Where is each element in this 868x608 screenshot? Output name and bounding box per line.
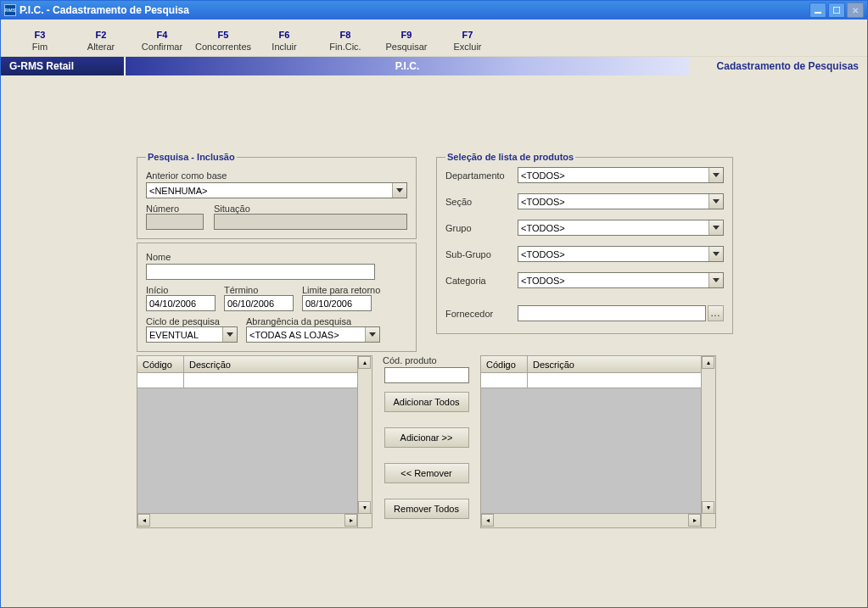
svg-rect-1 [833,7,840,14]
remove-button[interactable]: << Remover [384,463,469,483]
chevron-down-icon [365,327,379,342]
scroll-left-icon[interactable]: ◂ [481,514,494,527]
scroll-left-icon[interactable]: ◂ [137,514,150,527]
pesquisa-extra-panel: Nome Início Término Limite para retorno [137,243,417,352]
ciclo-select[interactable]: EVENTUAL [146,326,238,343]
scroll-down-icon[interactable]: ▾ [358,501,371,514]
add-button[interactable]: Adicionar >> [384,427,469,448]
scroll-corner [357,513,372,527]
toolbar-fincic[interactable]: F8Fin.Cic. [315,28,376,52]
grid-filter-codigo[interactable] [481,373,528,388]
selected-grid[interactable]: Código Descrição ▴▾ ◂▸ [480,355,716,528]
scroll-down-icon[interactable]: ▾ [702,501,714,514]
chevron-down-icon [222,327,237,342]
toolbar-concorrentes[interactable]: F5Concorrentes [193,28,254,52]
scroll-corner [701,513,715,527]
fornecedor-lookup-button[interactable]: ... [708,305,724,321]
scroll-up-icon[interactable]: ▴ [702,356,714,369]
ribbon-screen-name: Cadastramento de Pesquisas [689,57,867,75]
transfer-buttons-column: Cód. produto Adicionar Todos Adicionar >… [378,355,475,534]
situacao-field [214,214,407,230]
toolbar-confirmar[interactable]: F4Confirmar [132,28,193,52]
window-title: P.I.C. - Cadastramento de Pesquisa [20,4,189,16]
toolbar-incluir[interactable]: F6Incluir [254,28,315,52]
inicio-label: Início [146,285,216,295]
departamento-select[interactable]: <TODOS> [518,167,724,183]
svg-rect-0 [815,12,821,14]
toolbar-excluir[interactable]: F7Excluir [437,28,498,52]
grid-body[interactable] [481,388,715,527]
horizontal-scrollbar[interactable]: ◂▸ [137,513,357,527]
add-all-button[interactable]: Adicionar Todos [384,392,469,412]
fornecedor-input[interactable] [518,305,706,321]
selecao-legend: Seleção de lista de produtos [445,152,575,162]
departamento-label: Departamento [445,170,518,181]
scroll-right-icon[interactable]: ▸ [688,514,701,527]
grid-filter-codigo[interactable] [137,373,184,388]
grid-col-codigo[interactable]: Código [137,356,184,372]
ribbon: G-RMS Retail P.I.C. Cadastramento de Pes… [1,57,867,75]
cod-produto-label: Cód. produto [383,355,437,365]
toolbar-alterar[interactable]: F2Alterar [70,28,132,52]
ciclo-label: Ciclo de pesquisa [146,316,238,326]
grupo-label: Grupo [445,223,518,233]
termino-input[interactable] [224,295,294,311]
nome-label: Nome [146,252,407,262]
subgrupo-label: Sub-Grupo [445,249,518,259]
categoria-select[interactable]: <TODOS> [518,272,724,288]
ribbon-module: P.I.C. [126,57,689,75]
grid-body[interactable] [137,388,372,527]
nome-input[interactable] [146,264,375,280]
secao-select[interactable]: <TODOS> [518,193,724,209]
vertical-scrollbar[interactable]: ▴▾ [357,356,372,514]
abrang-label: Abrangência da pesquisa [246,316,380,326]
horizontal-scrollbar[interactable]: ◂▸ [481,513,701,527]
pesquisa-fieldset: Pesquisa - Inclusão Anterior como base <… [137,152,417,239]
fornecedor-label: Fornecedor [445,309,518,319]
scroll-up-icon[interactable]: ▴ [358,356,371,369]
chevron-down-icon [708,168,723,182]
minimize-button[interactable] [809,3,826,18]
vertical-scrollbar[interactable]: ▴▾ [701,356,715,514]
chevron-down-icon [708,220,723,235]
toolbar-fim[interactable]: F3Fim [9,28,70,52]
grid-filter-descricao[interactable] [184,373,372,388]
titlebar: RMS P.I.C. - Cadastramento de Pesquisa ✕ [1,1,867,20]
selecao-fieldset: Seleção de lista de produtos Departament… [436,152,733,334]
limite-label: Limite para retorno [302,285,380,295]
chevron-down-icon [708,273,723,287]
categoria-label: Categoria [445,276,518,286]
chevron-down-icon [708,247,723,261]
inicio-input[interactable] [146,295,216,311]
chevron-down-icon [392,183,406,198]
grid-filter-descricao[interactable] [528,373,715,388]
app-icon: RMS [4,4,16,16]
anterior-select[interactable]: <NENHUMA> [146,182,407,198]
pesquisa-legend: Pesquisa - Inclusão [146,152,237,162]
function-key-toolbar: F3Fim F2Alterar F4Confirmar F5Concorrent… [1,20,867,57]
close-button: ✕ [847,3,864,18]
available-grid[interactable]: Código Descrição ▴▾ ◂▸ [137,355,372,528]
maximize-button[interactable] [828,3,845,18]
situacao-label: Situação [214,204,407,214]
chevron-down-icon [708,194,723,209]
numero-label: Número [146,204,204,214]
cod-produto-input[interactable] [384,367,469,383]
secao-label: Seção [445,197,518,207]
subgrupo-select[interactable]: <TODOS> [518,246,724,262]
ribbon-app-name: G-RMS Retail [1,57,126,75]
grupo-select[interactable]: <TODOS> [518,220,724,236]
grid-col-descricao[interactable]: Descrição [184,356,372,372]
grid-col-descricao[interactable]: Descrição [528,356,715,372]
remove-all-button[interactable]: Remover Todos [384,499,469,519]
scroll-right-icon[interactable]: ▸ [344,514,357,527]
toolbar-pesquisar[interactable]: F9Pesquisar [376,28,437,52]
numero-field [146,214,204,230]
grid-col-codigo[interactable]: Código [481,356,528,372]
anterior-label: Anterior como base [146,170,407,181]
termino-label: Término [224,285,294,295]
abrang-select[interactable]: <TODAS AS LOJAS> [246,326,380,343]
limite-input[interactable] [302,295,372,311]
